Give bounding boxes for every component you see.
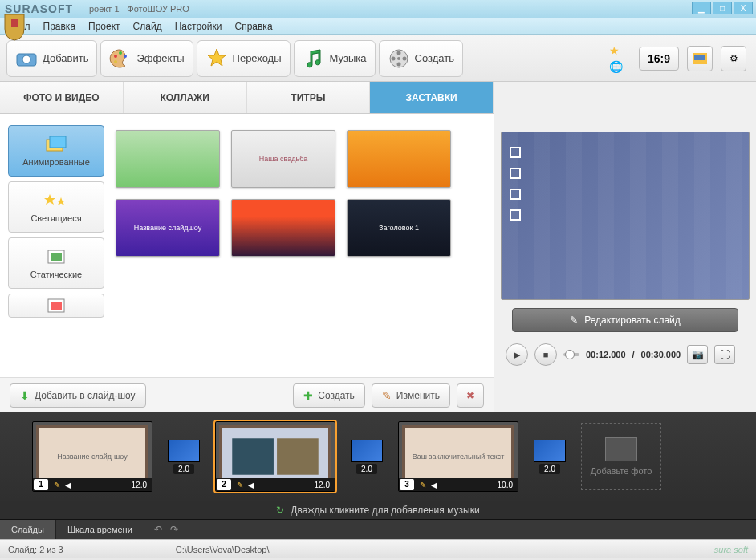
- music-icon: [303, 47, 325, 70]
- music-tab[interactable]: Музыка: [294, 40, 376, 77]
- fullscreen-button[interactable]: ⛶: [714, 345, 735, 364]
- minimize-button[interactable]: ▁: [692, 2, 711, 14]
- template-thumb[interactable]: Наша свадьба: [231, 130, 335, 188]
- redo-button[interactable]: ↷: [170, 524, 178, 535]
- svg-rect-20: [51, 302, 62, 310]
- menu-project[interactable]: Проект: [88, 21, 120, 32]
- stop-button[interactable]: ■: [534, 343, 557, 366]
- palette-icon: [109, 47, 132, 70]
- svg-point-2: [22, 55, 30, 63]
- fullscreen-icon: ⛶: [720, 349, 730, 360]
- add-to-slideshow-button[interactable]: ⬇Добавить в слайд-шоу: [10, 383, 146, 408]
- transition-strip[interactable]: 2.0: [165, 436, 202, 477]
- template-thumb[interactable]: Заголовок 1: [347, 199, 451, 257]
- time-current: 00:12.000: [586, 350, 626, 359]
- menu-slide[interactable]: Слайд: [133, 21, 162, 32]
- plus-icon: ✚: [303, 389, 313, 402]
- create-button[interactable]: ✚Создать: [293, 383, 365, 408]
- svg-point-10: [396, 62, 400, 66]
- snapshot-button[interactable]: 📷: [687, 345, 708, 364]
- star-icon[interactable]: ★: [609, 44, 623, 57]
- content-panel: ФОТО И ВИДЕО КОЛЛАЖИ ТИТРЫ ЗАСТАВКИ Аним…: [0, 82, 494, 412]
- camera-icon: 📷: [692, 349, 704, 360]
- preview-canvas[interactable]: [501, 132, 750, 300]
- svg-point-9: [402, 56, 406, 60]
- effects-tab[interactable]: Эффекты: [100, 40, 193, 77]
- undo-button[interactable]: ↶: [154, 524, 162, 535]
- play-button[interactable]: ▶: [506, 343, 528, 366]
- svg-point-8: [396, 51, 400, 55]
- pencil-icon: ✎: [382, 389, 392, 402]
- watermark: sura soft: [714, 545, 748, 554]
- app-crest-logo: [2, 13, 27, 42]
- svg-point-3: [114, 55, 117, 58]
- template-thumb[interactable]: [231, 199, 335, 257]
- time-total: 00:30.000: [641, 350, 681, 359]
- settings-button[interactable]: ⚙: [721, 46, 746, 71]
- template-thumb[interactable]: [116, 130, 220, 188]
- template-thumb[interactable]: [347, 130, 451, 188]
- main-toolbar: Добавить Эффекты Переходы Музыка Создать…: [0, 35, 756, 82]
- glowing-icon: [43, 191, 69, 210]
- sidecat-glowing[interactable]: Светящиеся: [8, 181, 104, 233]
- music-track[interactable]: ↻ Дважды кликните для добавления музыки: [0, 501, 756, 520]
- reel-icon: [388, 47, 410, 70]
- project-path: C:\Users\Vova\Desktop\: [176, 545, 270, 554]
- delete-button[interactable]: ✖: [457, 383, 484, 408]
- timeline-slide[interactable]: Название слайд-шоу 1✎◀12.0: [32, 421, 152, 492]
- star-icon: [205, 47, 228, 70]
- maximize-button[interactable]: □: [713, 2, 732, 14]
- pencil-icon: ✎: [415, 481, 431, 489]
- refresh-icon: ↻: [276, 505, 284, 516]
- seek-slider[interactable]: [563, 353, 579, 356]
- edit-slide-button[interactable]: ✎Редактировать слайд: [512, 308, 738, 332]
- sidecat-static[interactable]: Статические: [8, 237, 104, 289]
- aspect-ratio-button[interactable]: 16:9: [639, 47, 679, 71]
- globe-icon[interactable]: 🌐: [609, 60, 623, 73]
- svg-rect-22: [277, 438, 319, 474]
- svg-point-6: [114, 60, 117, 63]
- timeline-slide[interactable]: 2✎◀12.0: [215, 421, 335, 492]
- add-photo-button[interactable]: Добавьте фото: [581, 423, 661, 490]
- camera-icon: [15, 47, 38, 70]
- slide-counter: Слайд: 2 из 3: [8, 545, 63, 554]
- transition-strip[interactable]: 2.0: [531, 436, 568, 477]
- pencil-icon: ✎: [232, 481, 248, 489]
- image-placeholder-icon: [605, 437, 637, 461]
- tab-titles[interactable]: ТИТРЫ: [247, 82, 371, 113]
- transition-strip[interactable]: 2.0: [348, 436, 385, 477]
- add-button[interactable]: Добавить: [6, 40, 97, 77]
- tab-collages[interactable]: КОЛЛАЖИ: [124, 82, 247, 113]
- template-grid: Наша свадьба Название слайдшоу Заголовок…: [111, 125, 486, 372]
- svg-point-12: [397, 57, 400, 60]
- menu-help[interactable]: Справка: [234, 21, 272, 32]
- display-mode-button[interactable]: [687, 46, 713, 71]
- svg-point-11: [391, 56, 395, 60]
- svg-rect-0: [11, 19, 18, 27]
- create-tab[interactable]: Создать: [379, 40, 463, 77]
- menubar: Файл Правка Проект Слайд Настройки Справ…: [0, 18, 756, 35]
- tab-photo-video[interactable]: ФОТО И ВИДЕО: [0, 82, 124, 113]
- delete-icon: ✖: [466, 390, 474, 401]
- menu-settings[interactable]: Настройки: [175, 21, 222, 32]
- svg-rect-21: [232, 438, 274, 474]
- titlebar: SURASOFT роект 1 - ФотоШОУ PRO ▁ □ X: [0, 0, 756, 18]
- picture-icon: [43, 296, 69, 315]
- window-title: роект 1 - ФотоШОУ PRO: [89, 4, 189, 14]
- edit-button[interactable]: ✎Изменить: [372, 383, 450, 408]
- tab-timeline-view[interactable]: Шкала времени: [56, 520, 144, 539]
- status-bar: Слайд: 2 из 3 C:\Users\Vova\Desktop\ sur…: [0, 539, 756, 558]
- template-thumb[interactable]: Название слайдшоу: [116, 199, 220, 257]
- arrow-down-icon: ⬇: [20, 389, 30, 402]
- svg-point-4: [119, 51, 122, 55]
- svg-rect-18: [51, 253, 62, 261]
- transitions-tab[interactable]: Переходы: [197, 40, 291, 77]
- timeline-slide[interactable]: Ваш заключительный текст 3✎◀10.0: [398, 421, 518, 492]
- tab-intros[interactable]: ЗАСТАВКИ: [370, 82, 494, 113]
- menu-edit[interactable]: Правка: [43, 21, 76, 32]
- close-button[interactable]: X: [734, 2, 753, 14]
- sidecat-more[interactable]: [8, 294, 104, 318]
- tab-slides-view[interactable]: Слайды: [0, 520, 56, 539]
- sidecat-animated[interactable]: Анимированные: [8, 125, 104, 177]
- pencil-icon: ✎: [570, 314, 578, 326]
